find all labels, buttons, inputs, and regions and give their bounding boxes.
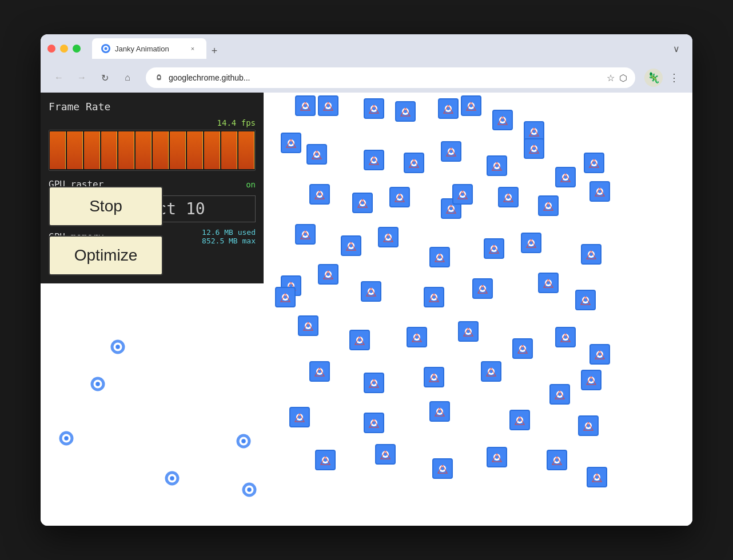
chrome-icon: [481, 361, 501, 382]
chrome-icon: [587, 467, 607, 487]
stop-button[interactable]: Stop: [49, 186, 163, 226]
chrome-icon-overlay: [241, 481, 258, 501]
chrome-icon: [584, 153, 604, 173]
chrome-icon: [349, 330, 370, 350]
reload-button[interactable]: ↻: [95, 69, 114, 87]
bookmark-icon[interactable]: ☆: [607, 73, 615, 83]
chrome-icon: [429, 401, 450, 422]
chrome-icon: [575, 290, 596, 310]
chrome-icon: [364, 98, 384, 119]
chrome-icon: [472, 278, 493, 299]
home-button[interactable]: ⌂: [118, 69, 137, 87]
svg-point-207: [247, 487, 252, 492]
chrome-icon: [306, 144, 327, 165]
chrome-icon: [378, 227, 399, 247]
active-tab[interactable]: Janky Animation ×: [92, 38, 206, 59]
chrome-icon: [487, 447, 507, 467]
chrome-icon-overlay: [164, 470, 181, 489]
chrome-icon: [395, 101, 416, 122]
chrome-icon: [538, 195, 559, 216]
back-button[interactable]: ←: [50, 69, 68, 87]
chrome-icon: [295, 224, 316, 245]
forward-button[interactable]: →: [73, 69, 91, 87]
tab-favicon: [101, 44, 110, 53]
chrome-icon: [509, 410, 530, 430]
chrome-icon: [352, 193, 373, 213]
chrome-icon: [484, 238, 504, 259]
chrome-icon: [364, 373, 384, 393]
chrome-icon: [555, 167, 576, 187]
toolbar: ← → ↻ ⌂ googlechrome.github... ☆ ⬡ 🦎 ⋮: [41, 63, 692, 93]
frame-rate-chart: [49, 130, 256, 171]
url-text: googlechrome.github...: [169, 73, 602, 82]
memory-values: 12.6 MB used 852.5 MB max: [202, 228, 256, 245]
address-bar[interactable]: googlechrome.github... ☆ ⬡: [146, 67, 635, 88]
memory-max: 852.5 MB max: [202, 237, 256, 245]
chrome-icon: [492, 110, 513, 130]
frame-rate-title: Frame Rate: [49, 101, 256, 113]
extensions-icon[interactable]: ⬡: [619, 73, 627, 83]
svg-point-201: [95, 382, 100, 386]
chrome-icon: [309, 184, 330, 205]
chrome-icon: [581, 370, 601, 390]
new-tab-button[interactable]: +: [206, 43, 222, 59]
browser-window: Janky Animation × + ∨ ← → ↻ ⌂ googlechro…: [41, 34, 692, 526]
chrome-icon: [298, 315, 318, 336]
performance-overlay: Frame Rate 14.4 fps GPU raster: [41, 93, 264, 283]
chrome-icon: [429, 247, 450, 267]
tab-overflow-button[interactable]: ∨: [667, 39, 686, 58]
chrome-icon: [289, 407, 310, 427]
chrome-icon: [547, 450, 567, 470]
page-content: Frame Rate 14.4 fps GPU raster: [41, 93, 692, 526]
chrome-icon: [578, 415, 599, 436]
gpu-raster-value: on: [246, 180, 256, 189]
chrome-icon: [281, 133, 301, 153]
chrome-icon: [318, 95, 338, 116]
chrome-icon: [341, 235, 361, 256]
chrome-icon: [438, 98, 459, 119]
frame-bar-11: [221, 131, 237, 169]
title-bar: Janky Animation × + ∨: [41, 34, 692, 63]
tab-close-button[interactable]: ×: [188, 44, 197, 53]
close-button[interactable]: [47, 45, 55, 53]
maximize-button[interactable]: [73, 45, 81, 53]
chrome-icon: [581, 244, 601, 265]
page-icons-area: [264, 93, 692, 526]
frame-bar-4: [101, 131, 117, 169]
menu-button[interactable]: ⋮: [665, 69, 683, 87]
chrome-icon: [364, 413, 384, 433]
minimize-button[interactable]: [60, 45, 68, 53]
fps-value: 14.4 fps: [49, 118, 256, 127]
profile-button[interactable]: 🦎: [644, 69, 663, 87]
chrome-icon: [498, 187, 519, 207]
address-security-icon: [154, 73, 164, 83]
frame-bar-8: [170, 131, 186, 169]
frame-bar-7: [153, 131, 169, 169]
frame-bar-3: [84, 131, 100, 169]
chrome-icon: [389, 187, 410, 207]
tab-title: Janky Animation: [115, 45, 184, 53]
toolbar-right: 🦎 ⋮: [644, 69, 683, 87]
frame-bar-6: [136, 131, 152, 169]
chrome-icon: [315, 450, 336, 470]
optimize-button[interactable]: Optimize: [49, 235, 163, 275]
chrome-icon: [555, 327, 576, 347]
chrome-icon: [589, 181, 610, 202]
chrome-icon-overlay: [58, 430, 75, 449]
svg-point-198: [115, 345, 120, 349]
frame-bar-12: [238, 131, 254, 169]
frame-bar-1: [50, 131, 66, 169]
chrome-icon: [452, 184, 473, 205]
chrome-icon: [549, 384, 570, 405]
svg-point-1: [105, 47, 107, 50]
frame-bar-2: [67, 131, 83, 169]
chrome-icon: [275, 287, 296, 307]
chrome-icon: [487, 155, 507, 176]
svg-point-204: [170, 476, 174, 481]
chrome-icon-overlay: [109, 338, 126, 358]
chrome-icon: [318, 264, 338, 285]
svg-point-210: [64, 436, 69, 441]
chrome-icon: [375, 444, 396, 465]
buttons-area: Stop Optimize: [49, 186, 163, 283]
chrome-icon: [424, 367, 444, 387]
